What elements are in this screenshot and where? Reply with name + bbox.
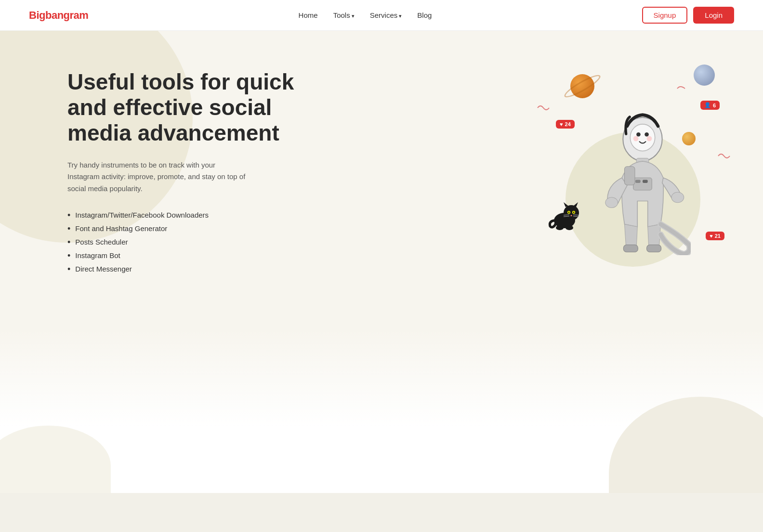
hero-section: Useful tools for quick and effective soc… bbox=[0, 31, 763, 329]
notification-badge-heart: ♥ 21 bbox=[706, 232, 724, 240]
navbar: Bigbangram Home Tools Services Blog Sign… bbox=[0, 0, 763, 31]
svg-point-2 bbox=[636, 132, 641, 137]
heart-icon-2: ♥ bbox=[710, 233, 713, 239]
list-item: Instagram/Twitter/Facebook Downloaders bbox=[67, 208, 318, 222]
cat-illustration bbox=[546, 197, 585, 233]
svg-point-16 bbox=[564, 205, 579, 221]
heart-icon: ♥ bbox=[560, 121, 563, 127]
svg-marker-18 bbox=[573, 202, 578, 207]
svg-rect-8 bbox=[635, 180, 641, 183]
deco-squiggle-right bbox=[717, 151, 732, 161]
nav-links: Home Tools Services Blog bbox=[299, 11, 432, 20]
nav-item-tools[interactable]: Tools bbox=[333, 11, 355, 20]
signup-button[interactable]: Signup bbox=[642, 7, 688, 24]
hero-list: Instagram/Twitter/Facebook Downloaders F… bbox=[67, 208, 318, 276]
logo-prefix: Big bbox=[29, 9, 45, 21]
svg-point-10 bbox=[605, 197, 618, 208]
person-icon: 👤 bbox=[704, 102, 711, 108]
nav-link-tools[interactable]: Tools bbox=[333, 11, 355, 19]
svg-rect-14 bbox=[625, 167, 635, 185]
list-item: Font and Hashtag Generator bbox=[67, 222, 318, 235]
nav-buttons: Signup Login bbox=[642, 7, 734, 24]
nav-item-home[interactable]: Home bbox=[299, 11, 318, 20]
nav-item-services[interactable]: Services bbox=[370, 11, 402, 20]
list-item: Instagram Bot bbox=[67, 249, 318, 262]
nav-link-home[interactable]: Home bbox=[299, 11, 318, 19]
nav-link-blog[interactable]: Blog bbox=[417, 11, 432, 19]
svg-point-4 bbox=[633, 136, 639, 142]
nav-item-blog[interactable]: Blog bbox=[417, 11, 432, 20]
svg-point-22 bbox=[573, 212, 575, 213]
growth-section: Growth Tools for Instagram If you want t… bbox=[0, 493, 763, 532]
deco-squiggle-top bbox=[676, 84, 686, 93]
hero-title: Useful tools for quick and effective soc… bbox=[67, 69, 318, 146]
svg-rect-9 bbox=[643, 180, 648, 183]
deco-squiggle-left bbox=[537, 103, 551, 113]
logo-suffix: ram bbox=[70, 9, 89, 21]
hero-description: Try handy instruments to be on track wit… bbox=[67, 159, 246, 195]
logo-highlight: bang bbox=[45, 9, 70, 21]
svg-point-28 bbox=[556, 225, 564, 230]
notification-badge-person: 👤 6 bbox=[700, 101, 720, 110]
badge-count-heart: 21 bbox=[715, 233, 721, 239]
svg-rect-7 bbox=[633, 178, 652, 190]
nav-link-services[interactable]: Services bbox=[370, 11, 402, 19]
list-item: Direct Messenger bbox=[67, 262, 318, 276]
svg-point-21 bbox=[568, 212, 570, 213]
astronaut-illustration bbox=[594, 111, 691, 257]
badge-count-person: 6 bbox=[713, 103, 716, 108]
hero-content: Useful tools for quick and effective soc… bbox=[67, 69, 318, 276]
svg-point-3 bbox=[645, 132, 649, 137]
planet-blue bbox=[694, 65, 715, 86]
list-item: Posts Scheduler bbox=[67, 235, 318, 249]
svg-point-11 bbox=[671, 192, 684, 202]
lower-blob-right bbox=[609, 397, 763, 493]
svg-point-5 bbox=[647, 136, 652, 142]
svg-rect-12 bbox=[623, 245, 638, 252]
svg-rect-13 bbox=[647, 245, 661, 252]
planet-orange bbox=[570, 74, 594, 98]
hero-illustration: ♥ 24 👤 6 ♥ 21 bbox=[532, 45, 734, 296]
notification-badge-24: ♥ 24 bbox=[556, 120, 575, 129]
login-button[interactable]: Login bbox=[693, 7, 734, 24]
svg-marker-17 bbox=[564, 202, 568, 207]
badge-count-24: 24 bbox=[565, 121, 571, 127]
logo[interactable]: Bigbangram bbox=[29, 9, 88, 22]
svg-point-29 bbox=[566, 225, 573, 230]
lower-blob-left bbox=[0, 426, 111, 493]
transition-section bbox=[0, 329, 763, 493]
